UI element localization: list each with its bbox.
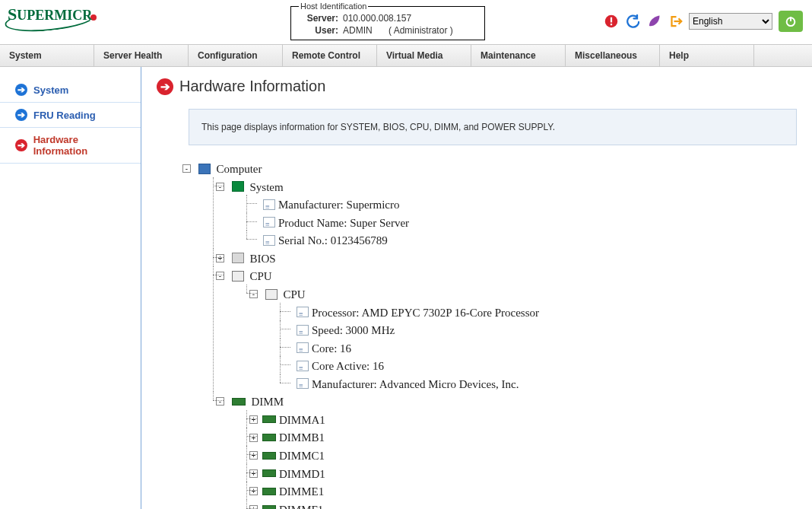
tree-leaf: Speed: 3000 MHz [280,320,797,339]
power-button[interactable] [779,11,803,32]
collapse-icon[interactable]: - [249,290,258,298]
nav-virtual-media[interactable]: Virtual Media [377,45,471,66]
cpu-icon [232,271,244,282]
dimm-icon [262,434,276,441]
tree-label: DIMMA1 [279,413,325,425]
sidebar-item-system[interactable]: ➔ System [0,78,141,103]
dimm-icon [262,452,276,460]
expand-icon[interactable]: + [249,415,258,424]
host-legend: Host Identification [299,2,368,11]
collapse-icon[interactable]: - [216,272,224,280]
supermicro-logo: SUPERMICR [8,5,106,35]
dimm-icon [262,469,276,477]
nav-miscellaneous[interactable]: Miscellaneous [566,45,660,66]
cpu-icon [265,289,278,300]
logout-icon[interactable] [668,14,683,29]
collapse-icon[interactable]: - [216,397,224,406]
arrow-right-icon: ➔ [15,109,27,121]
tree-label: BIOS [250,252,276,264]
tree-node-bios[interactable]: + BIOS [213,249,797,267]
tree-label: Core Active: 16 [312,360,384,372]
main-nav: System Server Health Configuration Remot… [0,44,812,67]
sidebar-item-label: System [33,84,68,96]
tree-leaf: Processor: AMD EPYC 7302P 16-Core Proces… [280,303,797,321]
expand-icon[interactable]: + [249,469,258,478]
nav-spacer [754,45,812,66]
tree-label: System [250,180,284,192]
document-icon [263,217,275,227]
dimm-icon [262,488,276,495]
nav-configuration[interactable]: Configuration [189,45,283,66]
document-icon [263,199,275,210]
tree-node-dimm-slot[interactable]: +DIMMD1 [246,464,797,482]
info-box: This page displays information for SYSTE… [189,109,797,145]
refresh-icon[interactable] [625,14,640,29]
tree-label: Computer [217,163,262,175]
nav-help[interactable]: Help [660,45,754,66]
tree-label: CPU [250,270,272,282]
tree-leaf: Manufacturer: Advanced Micro Devices, In… [280,374,797,393]
tree-label: DIMMC1 [279,450,325,462]
user-label: User: [299,24,343,37]
tree-label: Product Name: Super Server [278,216,409,228]
sidebar-item-hardware-information[interactable]: ➔ Hardware Information [0,128,141,164]
tree-node-system[interactable]: - System Manufacturer: Supermicro Produc… [213,177,797,249]
document-icon [297,325,309,336]
content-area: ➔ Hardware Information This page display… [141,67,812,509]
hardware-tree: - Computer - System Manufacturer: Superm… [179,159,797,509]
sidebar-item-label: Hardware Information [33,134,133,157]
tree-label: Speed: 3000 MHz [312,324,395,336]
expand-icon[interactable]: + [249,505,258,509]
expand-icon[interactable]: + [249,434,258,442]
sidebar-item-label: FRU Reading [33,110,96,121]
arrow-right-icon: ➔ [157,78,173,95]
sidebar-item-fru-reading[interactable]: ➔ FRU Reading [0,103,141,128]
tree-node-dimm-slot[interactable]: +DIMME1 [246,482,797,500]
tree-node-cpu-inner[interactable]: - CPU Processor: AMD EPYC 7302P 16-Core … [246,285,797,392]
user-value: ADMIN [343,25,373,36]
server-label: Server: [299,12,343,24]
tree-leaf: Manufacturer: Supermicro [246,195,797,213]
leaf-icon[interactable] [646,14,661,29]
collapse-icon[interactable]: - [216,183,224,191]
tree-label: DIMMD1 [279,467,325,479]
expand-icon[interactable]: + [249,451,258,460]
svg-rect-1 [611,17,612,23]
tree-node-cpu[interactable]: - CPU - CPU Processor: AMD EPYC 7302P 16… [213,266,797,392]
sidebar: ➔ System ➔ FRU Reading ➔ Hardware Inform… [0,67,141,509]
tree-label: DIMMB1 [279,431,325,444]
tree-label: DIMMF1 [279,503,323,509]
nav-server-health[interactable]: Server Health [94,45,189,66]
tree-node-dimm[interactable]: - DIMM +DIMMA1 +DIMMB1 +DIMMC1 +DIMMD1 +… [213,392,797,509]
nav-maintenance[interactable]: Maintenance [471,45,566,66]
tree-node-computer[interactable]: - Computer - System Manufacturer: Superm… [179,159,797,509]
page-title-text: Hardware Information [179,78,325,95]
document-icon [297,307,309,317]
tree-label: Core: 16 [312,342,351,354]
tree-node-dimm-slot[interactable]: +DIMMC1 [246,446,797,464]
document-icon [297,361,309,371]
expand-icon[interactable]: + [216,254,224,262]
system-icon [232,181,244,192]
dimm-icon [232,398,246,406]
alert-icon[interactable] [604,14,619,29]
tree-label: CPU [284,288,306,301]
tree-node-dimm-slot[interactable]: +DIMMB1 [246,428,797,446]
expand-icon[interactable]: + [249,487,258,495]
tree-leaf: Core: 16 [280,339,797,357]
tree-label: DIMM [252,396,284,408]
tree-label: Processor: AMD EPYC 7302P 16-Core Proces… [312,306,539,318]
server-value: 010.000.008.157 [343,12,477,24]
nav-system[interactable]: System [0,45,94,66]
tree-label: DIMME1 [279,485,324,498]
language-select[interactable]: English [689,13,772,30]
collapse-icon[interactable]: - [182,164,191,173]
tree-label: Manufacturer: Advanced Micro Devices, In… [312,377,519,390]
document-icon [263,235,275,246]
tree-node-dimm-slot[interactable]: +DIMMA1 [246,410,797,428]
nav-remote-control[interactable]: Remote Control [283,45,377,66]
header-actions: English [604,11,803,32]
tree-node-dimm-slot[interactable]: +DIMMF1 [246,500,797,509]
host-identification-box: Host Identification Server: 010.000.008.… [289,2,487,40]
document-icon [297,378,309,389]
